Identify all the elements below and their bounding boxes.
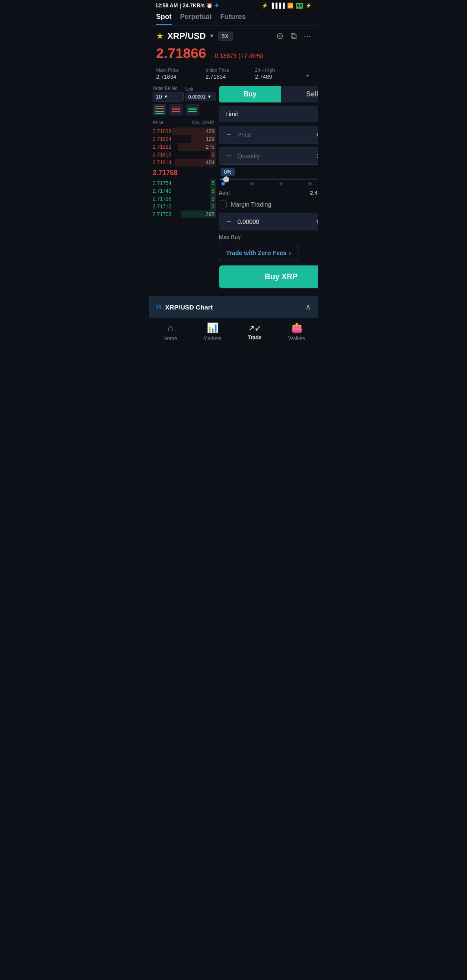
tab-spot[interactable]: Spot [156,13,172,25]
table-row: 2.71822 275 [153,143,216,151]
buy-orders: 2.71754 5 2.71740 5 2.71726 5 2.71712 5 … [153,179,216,218]
nav-wallets[interactable]: 👛 Wallets [276,318,318,345]
index-price-stat: Index Price 2.71834 [205,67,255,80]
margin-trading-checkbox[interactable] [219,201,227,208]
quantity-input-row: − XRP + [219,147,318,165]
total-minus-btn[interactable]: − [224,217,234,227]
slider-dot [221,182,225,185]
tab-perpetual[interactable]: Perpetual [180,13,212,25]
high24h-stat: 24H High 2.7489 [255,67,304,80]
order-bk-label: Order BK No. [153,86,184,91]
time: 12:58 AM [155,3,178,9]
nav-wallets-label: Wallets [288,335,305,342]
order-bk-select[interactable]: 10 ▼ [153,92,184,102]
table-row: 2.71814 404 [153,159,216,166]
chart-toggle-icon[interactable]: ⧉ [291,31,297,41]
home-icon: ⌂ [167,322,173,334]
more-icon[interactable]: ··· [304,31,311,41]
sell-orders: 2.71838 429 2.71824 129 2.71822 275 2.71… [153,128,216,166]
avbl-label: Avbl [219,190,230,196]
ob-sell-view[interactable] [169,104,183,115]
nav-home-label: Home [163,335,177,342]
pair-right: ⊙ ⧉ ··· [276,31,311,41]
nav-markets-label: Markets [203,335,222,342]
price-section: 2.71866 +0.18873 (+7.46%) [149,44,318,65]
order-type-dropdown[interactable]: Limit ▼ [219,106,318,122]
signal-icon: ▐▐▐▐ [270,3,285,9]
nav-markets[interactable]: 📊 Markets [192,318,234,345]
order-book: Order BK No. 10 ▼ Unit 0.00001 ▼ [149,86,216,293]
slider-container: 0% [219,168,318,185]
buy-sell-tabs: Buy Sell [219,86,318,102]
network-speed: | [179,3,181,9]
table-row: 2.71754 5 [153,179,216,187]
trade-panel: Buy Sell Limit ▼ − USD + − XRP + 0% [216,86,318,293]
top-tabs: Spot Perpetual Futures [149,10,318,26]
table-row: 2.71712 5 [153,203,216,211]
telegram-icon: ✈ [214,3,219,9]
slider-pct-badge: 0% [221,168,235,176]
quantity-input[interactable] [234,153,317,160]
ob-buy-view[interactable] [186,104,199,115]
slider-dot [308,182,312,185]
slider-dot [279,182,283,185]
buy-tab[interactable]: Buy [219,86,281,102]
pair-name[interactable]: XRP/USD [167,31,206,41]
mark-price-stat: Mark Price 2.71834 [156,67,205,80]
order-type-label: Limit [225,111,238,118]
chart-bar[interactable]: ⧉ XRP/USD Chart ∧ [149,296,318,318]
avbl-value: 2.49061 USD [310,190,318,196]
chart-title: XRP/USD Chart [165,303,213,311]
expand-stats-icon[interactable]: ⌄ [304,69,311,79]
total-input-row: − 0.00000 USD + [219,213,318,230]
slider-dot [250,182,254,185]
zero-fees-button[interactable]: Trade with Zero Fees › [219,245,298,261]
main-price: 2.71866 [156,45,206,61]
nav-trade-label: Trade [248,335,262,341]
price-input-row: − USD + [219,126,318,144]
network-info: 24.7KB/s [183,3,205,9]
price-minus-btn[interactable]: − [224,130,234,140]
leverage-badge[interactable]: 5X [218,32,233,41]
nav-trade[interactable]: ↗↙ Trade [234,318,276,345]
charging-icon: ⚡ [305,3,312,9]
tab-futures[interactable]: Futures [220,13,246,25]
high24h-value: 2.7489 [255,73,304,80]
table-row: 2.71740 5 [153,187,216,195]
total-value: 0.00000 [234,218,317,225]
sell-tab[interactable]: Sell [281,86,318,102]
unit-select[interactable]: 0.00001 ▼ [186,93,217,101]
chart-icon: ⧉ [156,303,161,311]
buy-xrp-button[interactable]: Buy XRP [219,265,318,288]
status-left: 12:58 AM | 24.7KB/s ⏰ ✈ [155,3,219,9]
table-row: 2.71838 429 [153,128,216,135]
total-unit: USD [317,218,318,225]
chart-collapse-icon[interactable]: ∧ [305,302,311,312]
status-bar: 12:58 AM | 24.7KB/s ⏰ ✈ ⚡ ▐▐▐▐ 📶 59 ⚡ [149,0,318,10]
pair-header: ★ XRP/USD ▼ 5X ⊙ ⧉ ··· [149,26,318,44]
table-row: 2.71824 129 [153,135,216,143]
trade-icon: ↗↙ [248,323,261,333]
table-row: 2.71703 295 [153,211,216,218]
pair-dropdown-arrow[interactable]: ▼ [209,33,214,39]
max-buy-row: Max Buy ≈ -- XRP [219,234,318,240]
quantity-minus-btn[interactable]: − [224,151,234,161]
slider-thumb[interactable] [223,176,229,182]
price-stats: Mark Price 2.71834 Index Price 2.71834 2… [149,65,318,84]
markets-icon: 📊 [207,322,218,334]
margin-trading-label: Margin Trading [231,201,271,208]
wifi-icon: 📶 [287,3,294,9]
ob-view-controls [153,104,216,115]
favorite-icon[interactable]: ★ [156,31,164,41]
wallets-icon: 👛 [291,322,303,334]
slider-track[interactable] [221,179,318,180]
mark-price-value: 2.71834 [156,73,205,80]
unit-label: Unit [186,87,217,92]
ob-both-view[interactable] [153,104,166,115]
nav-home[interactable]: ⌂ Home [149,318,192,345]
settings-icon[interactable]: ⊙ [276,31,284,41]
slider-dots [221,182,318,185]
price-input[interactable] [234,131,317,138]
status-right: ⚡ ▐▐▐▐ 📶 59 ⚡ [262,3,312,9]
clock-icon: ⏰ [206,3,213,9]
